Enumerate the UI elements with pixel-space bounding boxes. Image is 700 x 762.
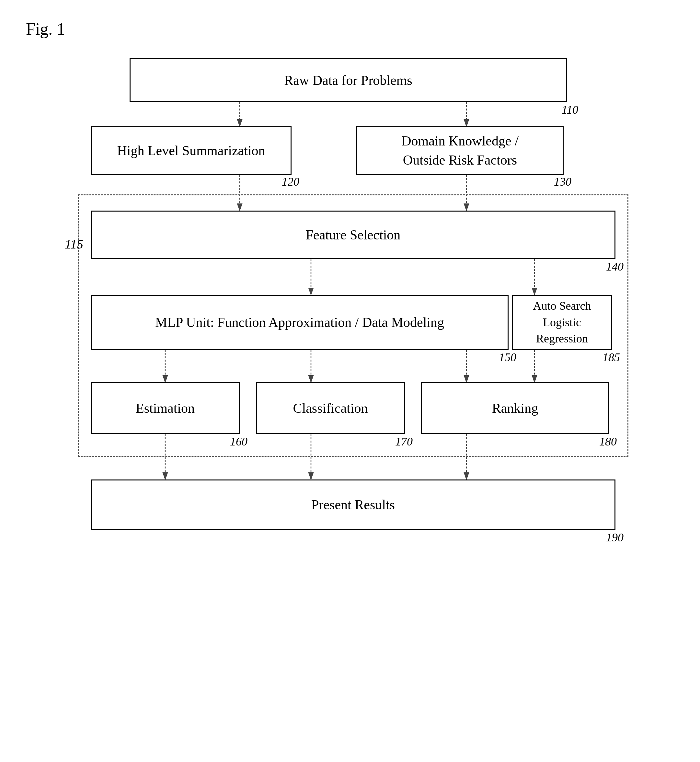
ranking-ref: 180 xyxy=(599,435,617,448)
estimation-label: Estimation xyxy=(136,401,195,416)
raw-data-label: Raw Data for Problems xyxy=(284,73,412,88)
auto-search-ref: 185 xyxy=(603,350,620,364)
high-level-label: High Level Summarization xyxy=(117,143,265,158)
mlp-unit-ref: 150 xyxy=(499,350,516,364)
ranking-label: Ranking xyxy=(492,401,538,416)
estimation-ref: 160 xyxy=(230,435,247,448)
present-results-label: Present Results xyxy=(311,497,395,513)
mlp-unit-box: MLP Unit: Function Approximation / Data … xyxy=(91,295,509,350)
high-level-ref: 120 xyxy=(282,175,299,189)
raw-data-ref: 110 xyxy=(562,103,578,117)
domain-knowledge-label: Domain Knowledge / Outside Risk Factors xyxy=(402,131,519,170)
estimation-box: Estimation xyxy=(91,382,240,434)
fig-label: Fig. 1 xyxy=(26,19,65,39)
classification-label: Classification xyxy=(293,401,368,416)
auto-search-label: Auto Search Logistic Regression xyxy=(533,298,591,347)
feature-selection-label: Feature Selection xyxy=(306,227,401,243)
feature-selection-box: Feature Selection xyxy=(91,211,616,259)
feature-selection-ref: 140 xyxy=(606,260,623,274)
high-level-box: High Level Summarization xyxy=(91,126,292,175)
raw-data-box: Raw Data for Problems xyxy=(130,58,567,102)
domain-knowledge-box: Domain Knowledge / Outside Risk Factors xyxy=(356,126,564,175)
domain-knowledge-ref: 130 xyxy=(554,175,572,189)
auto-search-box: Auto Search Logistic Regression xyxy=(512,295,612,350)
mlp-unit-label: MLP Unit: Function Approximation / Data … xyxy=(155,315,444,330)
diagram-container: Raw Data for Problems 110 High Level Sum… xyxy=(65,39,641,739)
present-results-ref: 190 xyxy=(606,531,623,544)
outer-ref: 115 xyxy=(65,236,83,252)
present-results-box: Present Results xyxy=(91,479,616,530)
ranking-box: Ranking xyxy=(421,382,609,434)
classification-ref: 170 xyxy=(395,435,412,448)
classification-box: Classification xyxy=(256,382,405,434)
